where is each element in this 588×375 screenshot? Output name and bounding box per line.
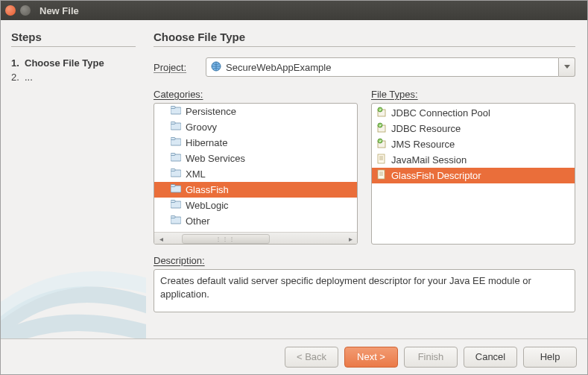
category-item[interactable]: Web Services [154,151,357,166]
wizard-footer: < Back Next > Finish Cancel Help [1,338,587,374]
svg-point-22 [378,139,382,143]
svg-rect-12 [171,185,175,187]
decorative-art [1,182,146,338]
cancel-button[interactable]: Cancel [464,347,517,368]
category-item[interactable]: GlassFish [154,182,357,198]
help-button[interactable]: Help [523,347,577,368]
description-text: Creates default valid server specific de… [160,275,531,300]
steps-heading: Steps [11,31,136,43]
filetype-item[interactable]: JDBC Resource [372,121,575,136]
svg-rect-8 [171,154,175,156]
svg-rect-6 [171,138,175,140]
resource-icon [376,122,387,135]
category-item[interactable]: Persistence [154,104,357,119]
folder-icon [171,184,181,195]
back-button[interactable]: < Back [285,347,338,368]
filetype-item[interactable]: JDBC Connection Pool [372,105,575,121]
category-item[interactable]: Groovy [154,119,357,135]
window-close-button[interactable] [5,5,16,16]
svg-rect-16 [171,216,175,218]
scroll-right-icon[interactable]: ▸ [344,233,357,245]
categories-listbox[interactable]: PersistenceGroovyHibernateWeb ServicesXM… [154,103,358,245]
resource-icon [376,107,387,119]
category-item[interactable]: WebLogic [154,198,357,213]
category-label: XML [186,168,206,180]
filetype-label: JMS Resource [391,139,455,150]
globe-icon [211,61,221,74]
document-icon [376,169,387,182]
svg-rect-4 [171,122,175,125]
scrollbar-thumb[interactable]: ⋮⋮⋮ [182,234,270,244]
horizontal-scrollbar[interactable]: ◂ ⋮⋮⋮ ▸ [154,232,357,245]
titlebar: New File [1,1,587,20]
description-box: Creates default valid server specific de… [154,269,575,312]
divider [154,46,575,47]
wizard-step: 1.Choose File Type [11,57,136,69]
category-item[interactable]: Other [154,213,357,229]
filetype-label: GlassFish Descriptor [391,170,481,181]
filetype-item[interactable]: GlassFish Descriptor [372,168,575,183]
wizard-steps-panel: Steps 1.Choose File Type2.... [1,20,146,338]
category-label: GlassFish [186,184,229,195]
svg-rect-2 [171,107,175,109]
category-label: WebLogic [186,200,229,211]
category-label: Persistence [186,106,236,117]
category-label: Web Services [186,153,245,164]
categories-label: Categories: [154,89,358,100]
category-label: Groovy [186,122,217,133]
folder-icon [171,106,181,117]
window-minimize-button[interactable] [20,5,31,16]
folder-icon [171,200,181,211]
category-label: Other [186,215,210,227]
project-dropdown-button[interactable] [559,57,575,77]
svg-point-20 [378,123,382,127]
scrollbar-track[interactable]: ⋮⋮⋮ [168,233,344,245]
filetypes-label: File Types: [371,89,575,100]
next-button[interactable]: Next > [344,347,398,368]
chevron-down-icon [564,65,570,69]
filetype-item[interactable]: JavaMail Session [372,152,575,168]
project-value: SecureWebAppExample [226,62,331,73]
folder-icon [171,168,181,180]
svg-rect-27 [378,170,385,179]
svg-rect-14 [171,201,175,203]
category-label: Hibernate [186,137,227,148]
content-heading: Choose File Type [154,31,575,43]
folder-icon [171,153,181,164]
filetype-item[interactable]: JMS Resource [372,136,575,152]
category-item[interactable]: Hibernate [154,135,357,151]
folder-icon [171,122,181,133]
folder-icon [171,215,181,227]
scroll-left-icon[interactable]: ◂ [154,233,168,245]
filetype-label: JDBC Resource [391,123,461,134]
description-label: Description: [154,255,575,266]
svg-rect-10 [171,169,175,171]
divider [11,46,136,47]
finish-button[interactable]: Finish [404,347,458,368]
svg-point-18 [378,107,382,112]
window-title: New File [39,5,79,16]
resource-icon [376,138,387,151]
document-icon [376,154,387,166]
wizard-content-panel: Choose File Type Project: SecureWebAppEx… [146,20,587,338]
project-label: Project: [154,62,206,73]
category-item[interactable]: XML [154,166,357,182]
filetype-label: JDBC Connection Pool [391,107,490,119]
folder-icon [171,137,181,148]
svg-rect-23 [378,154,385,163]
wizard-step: 2.... [11,72,136,83]
project-combobox[interactable]: SecureWebAppExample [206,57,559,77]
filetype-label: JavaMail Session [391,154,467,166]
filetypes-listbox[interactable]: JDBC Connection PoolJDBC ResourceJMS Res… [371,103,575,245]
